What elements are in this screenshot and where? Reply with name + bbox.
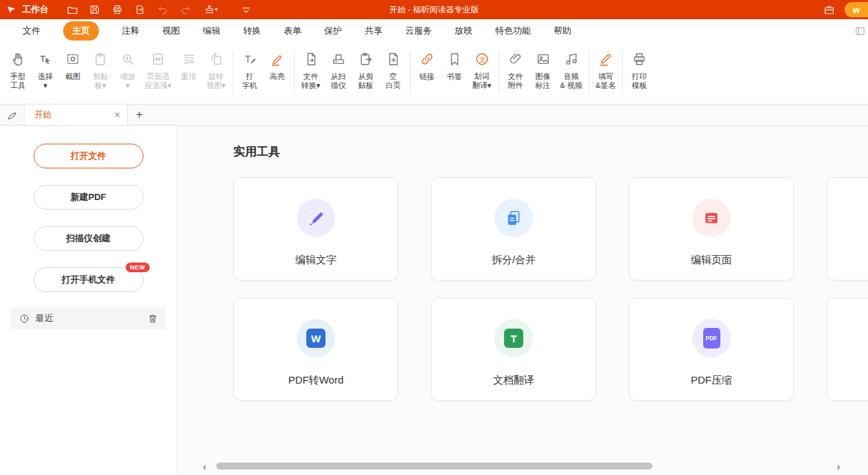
hand-icon — [10, 48, 25, 70]
menu-comment[interactable]: 注释 — [122, 25, 139, 37]
scanner-icon — [331, 48, 346, 70]
close-icon[interactable]: × — [115, 109, 120, 120]
save-icon[interactable] — [89, 3, 101, 16]
new-tab-button[interactable]: + — [128, 104, 151, 125]
menu-cloud[interactable]: 云服务 — [405, 25, 432, 37]
svg-text:T: T — [41, 54, 46, 64]
file-convert-icon — [304, 48, 319, 70]
tool-card-partial[interactable] — [827, 177, 868, 280]
ribbon-audio-video[interactable]: 音频 & 视频 — [557, 47, 586, 101]
ribbon-separator — [410, 51, 411, 94]
titlebar: 工作台 ▾ 开始 - 福昕阅读器专业版 w — [0, 0, 868, 19]
tool-card-partial[interactable] — [827, 298, 868, 401]
quill-icon[interactable] — [0, 104, 25, 125]
pdf-to-word-icon: W — [297, 319, 335, 357]
tool-card-edit-text[interactable]: 编辑文字 — [233, 177, 398, 280]
tool-card-pdf-compress[interactable]: PDF PDF压缩 — [629, 298, 794, 401]
ribbon-hand-tool[interactable]: 手型 工具 — [4, 47, 32, 101]
snapshot-icon — [65, 48, 80, 70]
ribbon-highlight[interactable]: 高亮 — [264, 47, 291, 101]
ribbon-reflow[interactable]: 重排 — [175, 47, 203, 101]
menu-convert[interactable]: 转换 — [243, 25, 261, 37]
edit-text-icon — [297, 199, 335, 237]
workspace-label: 工作台 — [22, 3, 49, 16]
ribbon-from-clipboard[interactable]: 从剪 贴板 — [352, 47, 380, 101]
account-button[interactable]: w — [845, 2, 868, 17]
panel-icon[interactable] — [855, 26, 865, 36]
customize-toolbar-icon[interactable] — [240, 3, 252, 16]
tool-card-pdf-to-word[interactable]: W PDF转Word — [233, 298, 398, 401]
open-mobile-file-button[interactable]: 打开手机文件 NEW — [34, 267, 144, 292]
ribbon-snapshot[interactable]: 截图 — [59, 47, 87, 101]
open-folder-icon[interactable] — [66, 3, 78, 16]
ribbon-zoom[interactable]: 缩放 ▾ — [114, 47, 141, 101]
recent-label: 最近 — [36, 312, 148, 324]
audio-video-icon — [564, 48, 579, 70]
edit-pages-icon — [692, 199, 731, 237]
ribbon-fill-sign[interactable]: 填写 &签名 — [592, 47, 619, 101]
redo-icon[interactable] — [179, 3, 192, 16]
sidebar: 打开文件 新建PDF 扫描仪创建 打开手机文件 NEW 最近 — [0, 126, 177, 475]
menu-share[interactable]: 共享 — [365, 25, 382, 37]
bookmark-icon — [447, 48, 462, 70]
export-icon[interactable] — [134, 3, 146, 16]
ribbon-typewriter[interactable]: T 打 字机 — [236, 47, 264, 101]
scrollbar-thumb[interactable] — [216, 463, 652, 470]
trash-icon[interactable] — [148, 313, 158, 324]
horizontal-scrollbar: ‹ › — [177, 461, 868, 472]
tab-start[interactable]: 开始 × — [25, 104, 128, 125]
page-fit-icon — [150, 48, 165, 70]
ribbon-clipboard[interactable]: 剪贴 板▾ — [87, 47, 114, 101]
tool-card-doc-translate[interactable]: T 文档翻译 — [431, 298, 596, 401]
ribbon-blank-page[interactable]: 空 白页 — [380, 47, 407, 101]
ribbon-image-annotation[interactable]: 图像 标注 — [529, 47, 557, 101]
print-icon[interactable] — [111, 3, 124, 16]
new-badge: NEW — [126, 263, 150, 272]
scroll-left-icon[interactable]: ‹ — [199, 461, 210, 472]
ribbon-select[interactable]: T 选择 ▾ — [32, 47, 59, 101]
menu-slideshow[interactable]: 放映 — [455, 25, 472, 37]
tool-card-split-merge[interactable]: 拆分/合并 — [431, 177, 596, 280]
stamp-icon[interactable]: ▾ — [202, 3, 220, 16]
svg-text:文: 文 — [479, 56, 485, 63]
menu-home[interactable]: 主页 — [63, 21, 99, 41]
ribbon-separator — [589, 51, 589, 94]
attachment-icon — [508, 48, 523, 70]
ribbon-page-fit[interactable]: 页面适 应选项▾ — [141, 47, 175, 101]
reflow-icon — [181, 48, 196, 70]
open-file-button[interactable]: 打开文件 — [34, 144, 144, 168]
menu-protect[interactable]: 保护 — [324, 25, 342, 37]
menubar: 文件 主页 注释 视图 编辑 转换 表单 保护 共享 云服务 放映 特色功能 帮… — [0, 19, 868, 43]
workspace-button[interactable]: 工作台 — [5, 3, 56, 16]
undo-icon[interactable] — [157, 3, 169, 16]
tabbar: 开始 × + — [0, 104, 868, 126]
ribbon-file-attachment[interactable]: 文件 附件 — [502, 47, 529, 101]
ribbon-bookmark[interactable]: 书签 — [441, 47, 468, 101]
doc-translate-icon: T — [494, 319, 533, 357]
briefcase-icon[interactable] — [823, 3, 835, 16]
menu-view[interactable]: 视图 — [162, 25, 180, 37]
ribbon-file-convert[interactable]: 文件 转换▾ — [297, 47, 325, 101]
fill-sign-icon — [598, 48, 613, 70]
ribbon-link[interactable]: 链接 — [413, 47, 441, 101]
scanner-create-button[interactable]: 扫描仪创建 — [34, 226, 144, 251]
menu-edit[interactable]: 编辑 — [203, 25, 220, 37]
link-icon — [420, 48, 435, 70]
start-page-content: 实用工具 编辑文字 拆分/合并 编辑页面 — [177, 126, 868, 475]
ribbon-translate[interactable]: 文 划词 翻译▾ — [468, 47, 496, 101]
print-template-icon — [632, 48, 647, 70]
new-pdf-button[interactable]: 新建PDF — [34, 185, 144, 210]
menu-file[interactable]: 文件 — [23, 25, 41, 37]
highlight-icon — [270, 48, 285, 70]
recent-section[interactable]: 最近 — [11, 307, 166, 329]
menu-features[interactable]: 特色功能 — [495, 25, 531, 37]
tool-card-edit-pages[interactable]: 编辑页面 — [629, 177, 794, 280]
ribbon-print-template[interactable]: 打印 模板 — [626, 47, 653, 101]
scroll-right-icon[interactable]: › — [833, 461, 844, 472]
ribbon-from-scanner[interactable]: 从扫 描仪 — [325, 47, 352, 101]
svg-text:T: T — [244, 54, 251, 65]
pdf-compress-icon: PDF — [692, 319, 731, 357]
ribbon-rotate-view[interactable]: 旋转 视图▾ — [203, 47, 230, 101]
menu-form[interactable]: 表单 — [284, 25, 301, 37]
menu-help[interactable]: 帮助 — [553, 25, 571, 37]
